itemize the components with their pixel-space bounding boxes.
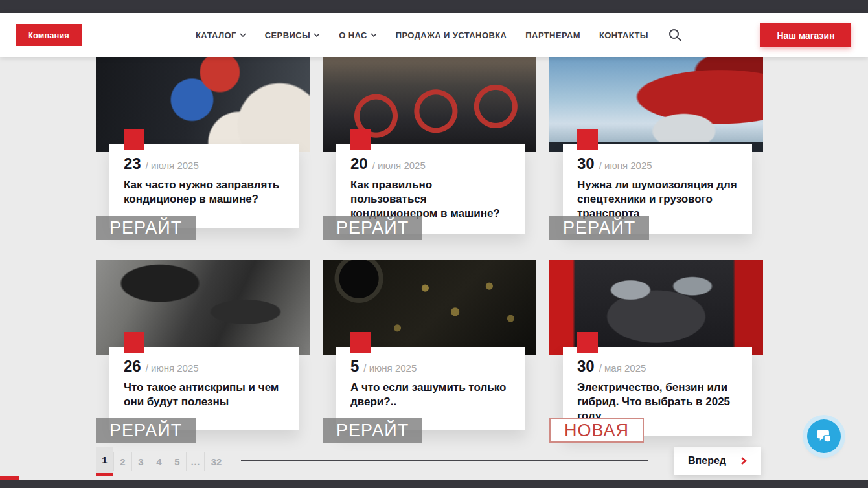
page-1[interactable]: 1 bbox=[96, 447, 113, 476]
article-card[interactable]: 5 / июня 2025 А что если зашумить только… bbox=[323, 260, 536, 436]
nav-item-label: КОНТАКТЫ bbox=[599, 30, 648, 40]
footer-bar bbox=[0, 480, 868, 488]
new-tag: НОВАЯ bbox=[549, 418, 644, 443]
nav-item-label: СЕРВИСЫ bbox=[265, 30, 310, 40]
search-button[interactable] bbox=[668, 28, 682, 42]
article-date: 20 / июля 2025 bbox=[350, 155, 511, 173]
rewrite-tag: РЕРАЙТ bbox=[96, 216, 196, 240]
date-month-year: / июня 2025 bbox=[599, 160, 652, 171]
article-title[interactable]: Что такое антискрипы и чем они будут пол… bbox=[124, 381, 284, 409]
chat-widget-button[interactable] bbox=[807, 419, 841, 453]
nav-item-catalog[interactable]: КАТАЛОГ bbox=[196, 30, 246, 40]
nav-item-label: ПРОДАЖА И УСТАНОВКА bbox=[396, 30, 507, 40]
header: Компания КАТАЛОГ СЕРВИСЫ О НАС ПРОДАЖА И… bbox=[0, 13, 868, 57]
shop-button[interactable]: Наш магазин bbox=[760, 23, 851, 47]
nav-item-label: ПАРТНЕРАМ bbox=[525, 30, 580, 40]
date-day: 30 bbox=[577, 155, 595, 173]
page-ellipsis: … bbox=[187, 447, 204, 476]
main-nav: КАТАЛОГ СЕРВИСЫ О НАС ПРОДАЖА И УСТАНОВК… bbox=[196, 30, 648, 40]
page-3[interactable]: 3 bbox=[132, 447, 150, 476]
nav-item-label: О НАС bbox=[339, 30, 367, 40]
date-day: 20 bbox=[350, 155, 368, 173]
search-icon bbox=[668, 28, 682, 42]
page-32[interactable]: 32 bbox=[205, 447, 228, 476]
next-page-label: Вперед bbox=[688, 455, 726, 467]
company-button[interactable]: Компания bbox=[16, 24, 82, 46]
red-square-badge bbox=[577, 129, 598, 150]
article-card[interactable]: 30 / мая 2025 Электричество, бензин или … bbox=[549, 260, 763, 436]
page-5[interactable]: 5 bbox=[168, 447, 186, 476]
date-month-year: / мая 2025 bbox=[599, 362, 646, 373]
rewrite-tag: РЕРАЙТ bbox=[96, 418, 196, 443]
chevron-down-icon bbox=[314, 33, 320, 37]
red-square-badge bbox=[124, 332, 144, 353]
date-month-year: / июля 2025 bbox=[372, 160, 426, 171]
nav-item-services[interactable]: СЕРВИСЫ bbox=[265, 30, 320, 40]
rewrite-tag: РЕРАЙТ bbox=[323, 418, 422, 443]
articles-grid: 23 / июля 2025 Как часто нужно заправлят… bbox=[96, 57, 763, 436]
article-card[interactable]: 23 / июля 2025 Как часто нужно заправлят… bbox=[96, 57, 310, 234]
article-date: 30 / июня 2025 bbox=[577, 155, 738, 173]
chat-bubbles-icon bbox=[814, 427, 834, 446]
article-title[interactable]: Нужна ли шумоизоляция для спецтехники и … bbox=[577, 178, 738, 221]
article-date: 5 / июня 2025 bbox=[350, 357, 511, 375]
article-date: 26 / июня 2025 bbox=[124, 357, 284, 375]
chevron-down-icon bbox=[240, 33, 246, 37]
chevron-down-icon bbox=[371, 33, 377, 37]
red-square-badge bbox=[577, 332, 598, 353]
date-month-year: / июня 2025 bbox=[363, 362, 417, 373]
nav-item-contacts[interactable]: КОНТАКТЫ bbox=[599, 30, 648, 40]
top-bar bbox=[0, 0, 868, 13]
red-square-badge bbox=[350, 129, 371, 150]
nav-item-label: КАТАЛОГ bbox=[196, 30, 236, 40]
page-4[interactable]: 4 bbox=[150, 447, 168, 476]
nav-item-about[interactable]: О НАС bbox=[339, 30, 377, 40]
date-day: 23 bbox=[124, 155, 141, 173]
date-day: 30 bbox=[577, 357, 595, 375]
article-date: 30 / мая 2025 bbox=[577, 357, 738, 375]
article-card[interactable]: 20 / июля 2025 Как правильно пользоватьс… bbox=[323, 57, 536, 234]
rewrite-tag: РЕРАЙТ bbox=[549, 216, 649, 240]
pagination: 1 2 3 4 5 … 32 bbox=[96, 447, 228, 476]
article-title[interactable]: Как часто нужно заправлять кондиционер в… bbox=[124, 178, 284, 206]
article-card[interactable]: 26 / июня 2025 Что такое антискрипы и че… bbox=[96, 260, 310, 436]
article-title[interactable]: Как правильно пользоваться кондиционером… bbox=[350, 178, 511, 221]
chevron-right-icon bbox=[740, 456, 747, 465]
article-title[interactable]: А что если зашумить только двери?.. bbox=[350, 381, 511, 409]
article-title[interactable]: Электричество, бензин или гибрид. Что вы… bbox=[577, 381, 738, 423]
rewrite-tag: РЕРАЙТ bbox=[323, 216, 422, 240]
page-2[interactable]: 2 bbox=[114, 447, 131, 476]
red-square-badge bbox=[124, 129, 144, 150]
date-month-year: / июня 2025 bbox=[146, 362, 199, 373]
next-page-button[interactable]: Вперед bbox=[674, 447, 761, 475]
article-card[interactable]: 30 / июня 2025 Нужна ли шумоизоляция для… bbox=[549, 57, 763, 234]
pagination-divider-line bbox=[241, 460, 648, 461]
date-day: 26 bbox=[124, 357, 141, 375]
date-day: 5 bbox=[350, 357, 359, 375]
article-date: 23 / июля 2025 bbox=[124, 155, 284, 173]
red-square-badge bbox=[350, 332, 371, 353]
nav-item-sales-install[interactable]: ПРОДАЖА И УСТАНОВКА bbox=[396, 30, 507, 40]
nav-item-partners[interactable]: ПАРТНЕРАМ bbox=[525, 30, 580, 40]
date-month-year: / июля 2025 bbox=[146, 160, 199, 171]
